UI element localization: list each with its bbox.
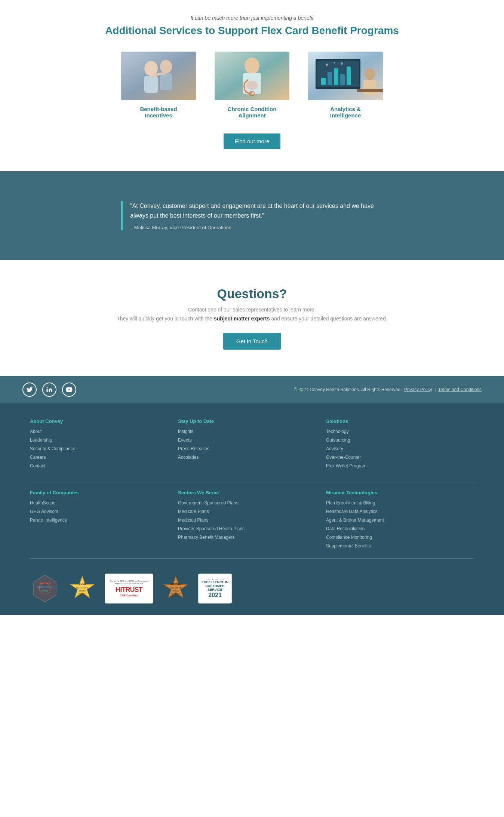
service-image-incentives bbox=[121, 52, 196, 100]
youtube-icon[interactable] bbox=[62, 383, 76, 397]
medicaid-link[interactable]: Medicaid Plans bbox=[178, 517, 208, 523]
list-item: Insights bbox=[178, 428, 326, 434]
get-in-touch-button[interactable]: Get in Touch bbox=[223, 333, 281, 350]
find-out-more-button[interactable]: Find out more bbox=[224, 133, 281, 149]
quote-section: "At Convey, customer support and engagem… bbox=[0, 171, 504, 260]
questions-sub2-bold: subject matter experts bbox=[214, 316, 270, 322]
ghg-link[interactable]: GHG Advisors bbox=[30, 509, 58, 514]
list-item: Contact bbox=[30, 462, 178, 469]
service-image-analytics bbox=[308, 52, 383, 100]
flex-wallet-link[interactable]: Flex Wallet Program bbox=[326, 463, 366, 469]
insights-link[interactable]: Insights bbox=[178, 429, 193, 434]
list-item: Leadership bbox=[30, 436, 178, 443]
svg-point-1 bbox=[144, 61, 158, 76]
hitrust-logo: HITRUST bbox=[116, 586, 142, 594]
about-link[interactable]: About bbox=[30, 429, 42, 434]
footer-nav: About Convey About Leadership Security &… bbox=[0, 403, 504, 615]
data-recon-link[interactable]: Data Reconciliation bbox=[326, 526, 365, 531]
footer-sectors-links: Government-Sponsored Plans Medicare Plan… bbox=[178, 499, 326, 540]
linkedin-icon[interactable] bbox=[42, 383, 56, 397]
hitrust-award: Convey's TES and BPO platforms and suppo… bbox=[105, 574, 153, 603]
agent-broker-link[interactable]: Agent & Broker Management bbox=[326, 517, 384, 523]
list-item: Flex Wallet Program bbox=[326, 462, 474, 469]
accolades-link[interactable]: Accolades bbox=[178, 455, 199, 460]
footer-divider bbox=[30, 482, 474, 482]
medtech-award: MEDTECH BREAKTHROUGH AWARD bbox=[30, 574, 60, 603]
over-the-counter-link[interactable]: Over-the-Counter bbox=[326, 455, 361, 460]
svg-text:AWARD: AWARD bbox=[42, 590, 49, 592]
bronze-award: BRONZE 2021 STEVIE WINNER ON BUSINESS JO… bbox=[161, 574, 191, 603]
svg-rect-15 bbox=[334, 68, 338, 85]
list-item: Government-Sponsored Plans bbox=[178, 499, 326, 506]
svg-text:CUSTOMER: CUSTOMER bbox=[78, 595, 87, 597]
privacy-policy-link[interactable]: Privacy Policy bbox=[404, 387, 432, 392]
service-card-label-analytics: Analytics &Intelligence bbox=[304, 106, 387, 119]
svg-text:2021 STEVIE: 2021 STEVIE bbox=[169, 587, 182, 589]
list-item: Supplemental Benefits bbox=[326, 542, 474, 549]
footer-about-title: About Convey bbox=[30, 418, 178, 424]
list-item: Accolades bbox=[178, 454, 326, 460]
terms-link[interactable]: Terms and Conditions bbox=[438, 387, 482, 392]
security-link[interactable]: Security & Compliance bbox=[30, 446, 75, 451]
leadership-link[interactable]: Leadership bbox=[30, 437, 52, 443]
twitter-icon[interactable] bbox=[22, 383, 37, 397]
services-cards: Benefit-basedIncentives bbox=[30, 52, 474, 119]
quote-block: "At Convey, customer support and engagem… bbox=[121, 201, 383, 230]
list-item: Data Reconciliation bbox=[326, 525, 474, 532]
service-card-label-chronic: Chronic ConditionAlignment bbox=[211, 106, 293, 119]
press-releases-link[interactable]: Press Releases bbox=[178, 446, 209, 451]
footer-family-title: Family of Companies bbox=[30, 490, 178, 495]
questions-section: Questions? Contact one of our sales repr… bbox=[0, 260, 504, 376]
advisory-link[interactable]: Advisory bbox=[326, 446, 343, 451]
svg-rect-14 bbox=[328, 72, 332, 85]
careers-link[interactable]: Careers bbox=[30, 455, 46, 460]
service-card-incentives: Benefit-basedIncentives bbox=[117, 52, 200, 119]
social-icons bbox=[22, 383, 76, 397]
svg-text:MEDTECH: MEDTECH bbox=[39, 582, 50, 584]
svg-text:JOURNAL: JOURNAL bbox=[172, 595, 179, 597]
healthscape-link[interactable]: HealthScape bbox=[30, 500, 56, 506]
pareto-link[interactable]: Pareto Intelligence bbox=[30, 517, 67, 523]
footer-family: Family of Companies HealthScape GHG Advi… bbox=[30, 490, 178, 551]
footer-solutions-title: Solutions bbox=[326, 418, 474, 424]
pbm-link[interactable]: Pharmacy Benefit Managers bbox=[178, 535, 234, 540]
outsourcing-link[interactable]: Outsourcing bbox=[326, 437, 350, 443]
medicare-link[interactable]: Medicare Plans bbox=[178, 509, 209, 514]
list-item: Healthcare Data Analytics bbox=[326, 508, 474, 515]
svg-rect-16 bbox=[340, 74, 345, 85]
footer-stay-up-to-date: Stay Up to Date Insights Events Press Re… bbox=[178, 418, 326, 471]
svg-point-9 bbox=[246, 81, 258, 90]
compliance-link[interactable]: Compliance Monitoring bbox=[326, 535, 372, 540]
footer-miramar-links: Plan Enrollment & Billing Healthcare Dat… bbox=[326, 499, 474, 549]
provider-plans-link[interactable]: Provider-Sponsored Health Plans bbox=[178, 526, 245, 531]
list-item: Over-the-Counter bbox=[326, 454, 474, 460]
copyright-area: © 2021 Convey Health Solutions. All Righ… bbox=[294, 387, 482, 392]
footer-solutions-links: Technology Outsourcing Advisory Over-the… bbox=[326, 428, 474, 469]
list-item: About bbox=[30, 428, 178, 434]
questions-sub2-text1: They will quickly get you in touch with … bbox=[117, 316, 214, 322]
events-link[interactable]: Events bbox=[178, 437, 192, 443]
svg-point-19 bbox=[334, 62, 335, 64]
technology-link[interactable]: Technology bbox=[326, 429, 349, 434]
service-image-chronic bbox=[215, 52, 289, 100]
supplemental-link[interactable]: Supplemental Benefits bbox=[326, 543, 371, 549]
healthcare-analytics-link[interactable]: Healthcare Data Analytics bbox=[326, 509, 377, 514]
plan-enrollment-link[interactable]: Plan Enrollment & Billing bbox=[326, 500, 375, 506]
list-item: Compliance Monitoring bbox=[326, 534, 474, 540]
services-section: It can be much more than just implementi… bbox=[0, 0, 504, 171]
svg-point-21 bbox=[365, 68, 375, 80]
svg-text:ON BUSINESS: ON BUSINESS bbox=[170, 593, 181, 595]
contact-link[interactable]: Contact bbox=[30, 463, 45, 469]
svg-rect-23 bbox=[357, 89, 383, 92]
footer-miramar: Miramar Technologies Plan Enrollment & B… bbox=[326, 490, 474, 551]
footer-sectors: Sectors We Serve Government-Sponsored Pl… bbox=[178, 490, 326, 551]
footer-about-links: About Leadership Security & Compliance C… bbox=[30, 428, 178, 469]
footer-about-convey: About Convey About Leadership Security &… bbox=[30, 418, 178, 471]
svg-text:BRONZE: BRONZE bbox=[170, 583, 181, 585]
customer-service-award: EXCELLENCE IN EXCELLENCE IN CUSTOMER SER… bbox=[198, 574, 232, 603]
service-card-label-incentives: Benefit-basedIncentives bbox=[117, 106, 200, 119]
footer-awards-divider bbox=[30, 558, 474, 559]
footer-top-columns: About Convey About Leadership Security &… bbox=[30, 418, 474, 471]
govt-plans-link[interactable]: Government-Sponsored Plans bbox=[178, 500, 238, 506]
list-item: Press Releases bbox=[178, 445, 326, 452]
